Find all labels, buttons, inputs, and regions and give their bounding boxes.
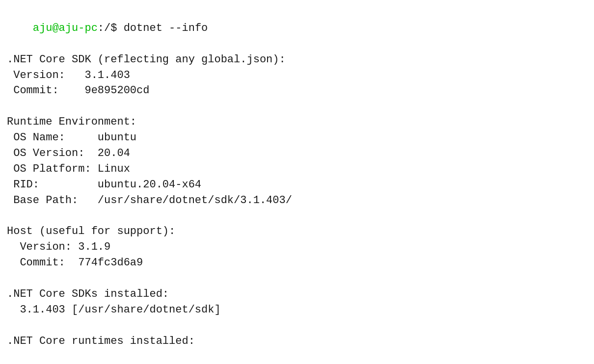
- empty-line-1: [7, 99, 587, 114]
- output-line-11: Version: 3.1.9: [7, 239, 587, 255]
- output-line-6: OS Version: 20.04: [7, 146, 587, 161]
- output-line-7: OS Platform: Linux: [7, 161, 587, 177]
- output-line-4: Runtime Environment:: [7, 114, 587, 130]
- output-line-2: Version: 3.1.403: [7, 68, 587, 83]
- prompt-path: :/$: [98, 22, 124, 34]
- prompt-user: aju@aju-pc: [33, 22, 98, 34]
- output-line-9: Base Path: /usr/share/dotnet/sdk/3.1.403…: [7, 193, 587, 208]
- output-line-5: OS Name: ubuntu: [7, 130, 587, 146]
- prompt-line: aju@aju-pc:/$ dotnet --info: [7, 5, 587, 52]
- output-line-8: RID: ubuntu.20.04-x64: [7, 177, 587, 193]
- output-line-10: Host (useful for support):: [7, 224, 587, 239]
- terminal-window: aju@aju-pc:/$ dotnet --info .NET Core SD…: [0, 0, 594, 364]
- output-line-14: 3.1.403 [/usr/share/dotnet/sdk]: [7, 302, 587, 318]
- output-line-15: .NET Core runtimes installed:: [7, 334, 587, 349]
- output-line-13: .NET Core SDKs installed:: [7, 286, 587, 302]
- empty-line-4: [7, 318, 587, 334]
- command-text: dotnet --info: [124, 22, 208, 34]
- empty-line-2: [7, 208, 587, 224]
- empty-line-3: [7, 271, 587, 286]
- output-line-12: Commit: 774fc3d6a9: [7, 255, 587, 271]
- output-line-3: Commit: 9e895200cd: [7, 83, 587, 99]
- output-line-1: .NET Core SDK (reflecting any global.jso…: [7, 52, 587, 68]
